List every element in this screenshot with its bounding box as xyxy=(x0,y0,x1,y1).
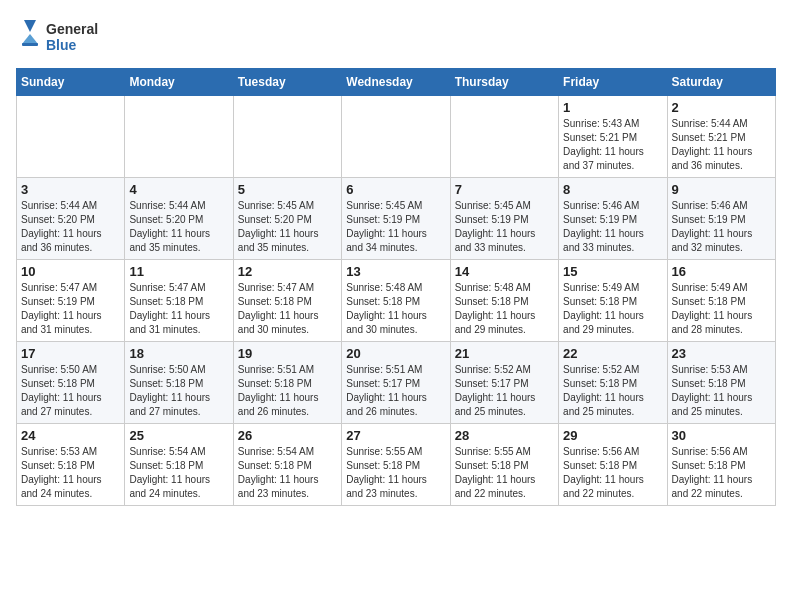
calendar-cell: 5Sunrise: 5:45 AM Sunset: 5:20 PM Daylig… xyxy=(233,178,341,260)
calendar-cell: 16Sunrise: 5:49 AM Sunset: 5:18 PM Dayli… xyxy=(667,260,775,342)
calendar-cell: 29Sunrise: 5:56 AM Sunset: 5:18 PM Dayli… xyxy=(559,424,667,506)
calendar-week-2: 3Sunrise: 5:44 AM Sunset: 5:20 PM Daylig… xyxy=(17,178,776,260)
day-number: 22 xyxy=(563,346,662,361)
calendar-cell: 18Sunrise: 5:50 AM Sunset: 5:18 PM Dayli… xyxy=(125,342,233,424)
day-number: 5 xyxy=(238,182,337,197)
calendar-cell: 23Sunrise: 5:53 AM Sunset: 5:18 PM Dayli… xyxy=(667,342,775,424)
calendar-cell: 12Sunrise: 5:47 AM Sunset: 5:18 PM Dayli… xyxy=(233,260,341,342)
calendar-cell: 9Sunrise: 5:46 AM Sunset: 5:19 PM Daylig… xyxy=(667,178,775,260)
day-info: Sunrise: 5:44 AM Sunset: 5:21 PM Dayligh… xyxy=(672,117,771,173)
calendar-cell: 25Sunrise: 5:54 AM Sunset: 5:18 PM Dayli… xyxy=(125,424,233,506)
calendar-week-1: 1Sunrise: 5:43 AM Sunset: 5:21 PM Daylig… xyxy=(17,96,776,178)
day-info: Sunrise: 5:46 AM Sunset: 5:19 PM Dayligh… xyxy=(563,199,662,255)
day-info: Sunrise: 5:45 AM Sunset: 5:19 PM Dayligh… xyxy=(455,199,554,255)
day-number: 21 xyxy=(455,346,554,361)
weekday-header-saturday: Saturday xyxy=(667,69,775,96)
calendar-cell xyxy=(17,96,125,178)
calendar-cell: 11Sunrise: 5:47 AM Sunset: 5:18 PM Dayli… xyxy=(125,260,233,342)
calendar-cell: 17Sunrise: 5:50 AM Sunset: 5:18 PM Dayli… xyxy=(17,342,125,424)
calendar-cell xyxy=(450,96,558,178)
weekday-header-thursday: Thursday xyxy=(450,69,558,96)
logo-svg: General Blue xyxy=(16,16,106,56)
day-info: Sunrise: 5:52 AM Sunset: 5:18 PM Dayligh… xyxy=(563,363,662,419)
day-info: Sunrise: 5:50 AM Sunset: 5:18 PM Dayligh… xyxy=(129,363,228,419)
calendar-cell xyxy=(125,96,233,178)
day-info: Sunrise: 5:45 AM Sunset: 5:20 PM Dayligh… xyxy=(238,199,337,255)
day-info: Sunrise: 5:44 AM Sunset: 5:20 PM Dayligh… xyxy=(129,199,228,255)
calendar-cell: 4Sunrise: 5:44 AM Sunset: 5:20 PM Daylig… xyxy=(125,178,233,260)
day-number: 4 xyxy=(129,182,228,197)
calendar-cell: 1Sunrise: 5:43 AM Sunset: 5:21 PM Daylig… xyxy=(559,96,667,178)
day-number: 16 xyxy=(672,264,771,279)
day-info: Sunrise: 5:53 AM Sunset: 5:18 PM Dayligh… xyxy=(672,363,771,419)
day-number: 20 xyxy=(346,346,445,361)
day-number: 10 xyxy=(21,264,120,279)
day-info: Sunrise: 5:46 AM Sunset: 5:19 PM Dayligh… xyxy=(672,199,771,255)
day-number: 30 xyxy=(672,428,771,443)
calendar-cell: 26Sunrise: 5:54 AM Sunset: 5:18 PM Dayli… xyxy=(233,424,341,506)
day-info: Sunrise: 5:50 AM Sunset: 5:18 PM Dayligh… xyxy=(21,363,120,419)
day-info: Sunrise: 5:47 AM Sunset: 5:18 PM Dayligh… xyxy=(238,281,337,337)
day-number: 11 xyxy=(129,264,228,279)
calendar-week-5: 24Sunrise: 5:53 AM Sunset: 5:18 PM Dayli… xyxy=(17,424,776,506)
day-info: Sunrise: 5:48 AM Sunset: 5:18 PM Dayligh… xyxy=(455,281,554,337)
calendar-cell: 8Sunrise: 5:46 AM Sunset: 5:19 PM Daylig… xyxy=(559,178,667,260)
calendar-cell: 30Sunrise: 5:56 AM Sunset: 5:18 PM Dayli… xyxy=(667,424,775,506)
calendar-table: SundayMondayTuesdayWednesdayThursdayFrid… xyxy=(16,68,776,506)
svg-marker-3 xyxy=(22,34,38,44)
day-number: 23 xyxy=(672,346,771,361)
day-number: 6 xyxy=(346,182,445,197)
day-number: 18 xyxy=(129,346,228,361)
day-info: Sunrise: 5:48 AM Sunset: 5:18 PM Dayligh… xyxy=(346,281,445,337)
day-number: 28 xyxy=(455,428,554,443)
svg-rect-4 xyxy=(22,43,38,46)
calendar-cell: 14Sunrise: 5:48 AM Sunset: 5:18 PM Dayli… xyxy=(450,260,558,342)
day-number: 29 xyxy=(563,428,662,443)
calendar-cell: 3Sunrise: 5:44 AM Sunset: 5:20 PM Daylig… xyxy=(17,178,125,260)
day-number: 3 xyxy=(21,182,120,197)
calendar-week-3: 10Sunrise: 5:47 AM Sunset: 5:19 PM Dayli… xyxy=(17,260,776,342)
day-number: 14 xyxy=(455,264,554,279)
svg-text:Blue: Blue xyxy=(46,37,77,53)
calendar-cell: 22Sunrise: 5:52 AM Sunset: 5:18 PM Dayli… xyxy=(559,342,667,424)
calendar-cell: 28Sunrise: 5:55 AM Sunset: 5:18 PM Dayli… xyxy=(450,424,558,506)
day-number: 19 xyxy=(238,346,337,361)
weekday-header-tuesday: Tuesday xyxy=(233,69,341,96)
svg-text:General: General xyxy=(46,21,98,37)
day-number: 25 xyxy=(129,428,228,443)
calendar-cell xyxy=(233,96,341,178)
logo: General Blue xyxy=(16,16,106,56)
day-info: Sunrise: 5:44 AM Sunset: 5:20 PM Dayligh… xyxy=(21,199,120,255)
day-number: 13 xyxy=(346,264,445,279)
day-number: 1 xyxy=(563,100,662,115)
calendar-cell: 24Sunrise: 5:53 AM Sunset: 5:18 PM Dayli… xyxy=(17,424,125,506)
day-info: Sunrise: 5:49 AM Sunset: 5:18 PM Dayligh… xyxy=(563,281,662,337)
svg-marker-2 xyxy=(24,20,36,32)
calendar-cell xyxy=(342,96,450,178)
day-number: 9 xyxy=(672,182,771,197)
day-number: 7 xyxy=(455,182,554,197)
day-info: Sunrise: 5:51 AM Sunset: 5:17 PM Dayligh… xyxy=(346,363,445,419)
calendar-cell: 10Sunrise: 5:47 AM Sunset: 5:19 PM Dayli… xyxy=(17,260,125,342)
weekday-header-monday: Monday xyxy=(125,69,233,96)
calendar-cell: 2Sunrise: 5:44 AM Sunset: 5:21 PM Daylig… xyxy=(667,96,775,178)
day-info: Sunrise: 5:47 AM Sunset: 5:18 PM Dayligh… xyxy=(129,281,228,337)
calendar-cell: 27Sunrise: 5:55 AM Sunset: 5:18 PM Dayli… xyxy=(342,424,450,506)
day-info: Sunrise: 5:53 AM Sunset: 5:18 PM Dayligh… xyxy=(21,445,120,501)
day-info: Sunrise: 5:56 AM Sunset: 5:18 PM Dayligh… xyxy=(672,445,771,501)
day-info: Sunrise: 5:54 AM Sunset: 5:18 PM Dayligh… xyxy=(129,445,228,501)
day-info: Sunrise: 5:54 AM Sunset: 5:18 PM Dayligh… xyxy=(238,445,337,501)
day-number: 15 xyxy=(563,264,662,279)
calendar-cell: 13Sunrise: 5:48 AM Sunset: 5:18 PM Dayli… xyxy=(342,260,450,342)
weekday-header-wednesday: Wednesday xyxy=(342,69,450,96)
calendar-cell: 21Sunrise: 5:52 AM Sunset: 5:17 PM Dayli… xyxy=(450,342,558,424)
calendar-week-4: 17Sunrise: 5:50 AM Sunset: 5:18 PM Dayli… xyxy=(17,342,776,424)
day-number: 17 xyxy=(21,346,120,361)
day-info: Sunrise: 5:49 AM Sunset: 5:18 PM Dayligh… xyxy=(672,281,771,337)
page-header: General Blue xyxy=(16,16,776,56)
day-info: Sunrise: 5:52 AM Sunset: 5:17 PM Dayligh… xyxy=(455,363,554,419)
calendar-cell: 7Sunrise: 5:45 AM Sunset: 5:19 PM Daylig… xyxy=(450,178,558,260)
day-number: 27 xyxy=(346,428,445,443)
day-info: Sunrise: 5:55 AM Sunset: 5:18 PM Dayligh… xyxy=(346,445,445,501)
day-number: 12 xyxy=(238,264,337,279)
